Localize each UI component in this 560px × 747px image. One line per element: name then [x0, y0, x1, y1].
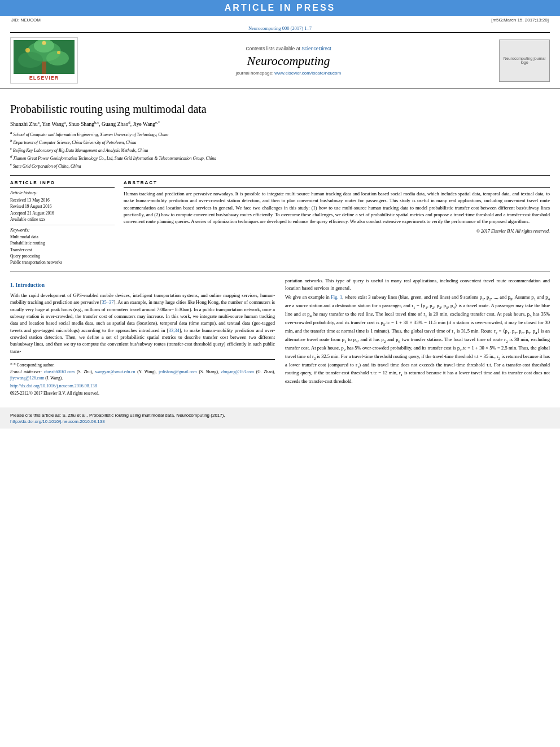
article-title: Probabilistic routing using multimodal d… [10, 103, 550, 116]
ref-33-34[interactable]: 33,34 [169, 327, 180, 333]
citation-doi-link[interactable]: http://dx.doi.org/10.1016/j.neucom.2016.… [10, 419, 105, 424]
accepted-date: Accepted 21 August 2016 [10, 210, 115, 216]
affiliation-e: e State Grid Corporation of China, China [10, 162, 550, 169]
article-info-box: Article history: Received 13 May 2016 Re… [10, 187, 115, 265]
section-divider-1 [10, 175, 550, 176]
elsevier-logo: ELSEVIER [10, 37, 78, 84]
jid-label: JID: NEUCOM [11, 18, 41, 23]
elsevier-text: ELSEVIER [29, 75, 59, 81]
keyword-2: Probabilistic routing [10, 240, 115, 246]
affiliation-d: d Xiamen Great Power Geoinformation Tech… [10, 154, 550, 161]
footnote-emails: E-mail addresses: zhusz660163.com (S. Zh… [10, 369, 275, 381]
affiliation-a: a School of Computer and Information Eng… [10, 130, 550, 138]
body-right-para-2: We give an example in Fig. 1, where exis… [285, 294, 550, 385]
citation-text: Please cite this article as: S. Zhu et a… [10, 413, 225, 418]
received-date: Received 13 May 2016 [10, 197, 115, 203]
author-shuoshang: Shuo Shangb,c [68, 121, 99, 127]
author-guangzhao: Guang Zhaod [102, 121, 130, 127]
header-center: Contents lists available at ScienceDirec… [78, 46, 499, 76]
journal-homepage: journal homepage: www.elsevier.com/locat… [84, 71, 493, 76]
body-divider [10, 271, 550, 272]
section1-heading: 1. Introduction [10, 282, 275, 290]
article-info-header: ARTICLE INFO [10, 180, 115, 185]
footnotes-area: * * Corresponding author. E-mail address… [10, 359, 275, 396]
article-info-column: ARTICLE INFO Article history: Received 1… [10, 180, 115, 265]
body-left-column: 1. Introduction With the rapid developme… [10, 277, 275, 396]
main-content: Probabilistic routing using multimodal d… [0, 89, 560, 402]
svg-point-7 [57, 51, 60, 54]
elsevier-tree-svg [14, 40, 75, 74]
copyright-line: © 2017 Elsevier B.V. All rights reserved… [124, 229, 550, 234]
keyword-3: Transfer cost [10, 247, 115, 253]
journal-citation-link[interactable]: Neurocomputing 000 (2017) 1–7 [248, 25, 312, 31]
doi-link[interactable]: http://dx.doi.org/10.1016/j.neucom.2016.… [10, 383, 275, 389]
journal-info-line: Neurocomputing 000 (2017) 1–7 [0, 24, 560, 32]
footnote-corresponding: * * Corresponding author. [10, 362, 275, 369]
abstract-header: ABSTRACT [124, 180, 550, 185]
author-jiyewang: Jiye Wange,* [133, 121, 160, 127]
history-label: Article history: [10, 190, 115, 195]
affiliation-c: c Beijing Key Laboratory of Big Data Man… [10, 146, 550, 154]
abstract-text: Human tracking and prediction are pervas… [124, 187, 550, 225]
sciencedirect-link[interactable]: ScienceDirect [301, 46, 331, 51]
keyword-4: Query processing [10, 253, 115, 259]
keyword-1: Multimodal data [10, 234, 115, 240]
affiliation-b: b Department of Computer Science, China … [10, 138, 550, 146]
svg-point-2 [18, 52, 43, 68]
authors-line: Shunzhi Zhua, Yan Wanga, Shuo Shangb,c, … [10, 120, 550, 127]
rights-text: 0925-2312/© 2017 Elsevier B.V. All right… [10, 391, 275, 397]
svg-point-8 [42, 41, 46, 45]
affiliations: a School of Computer and Information Eng… [10, 130, 550, 169]
date-label: [m5G;March 15, 2017;13:20] [491, 18, 549, 23]
keywords-list: Multimodal data Probabilistic routing Tr… [10, 234, 115, 265]
info-abstract-section: ARTICLE INFO Article history: Received 1… [10, 180, 550, 265]
svg-rect-4 [42, 62, 46, 74]
fig1-link[interactable]: Fig. 1 [331, 294, 342, 300]
neurocomputing-logo: Neurocomputing journal logo [499, 40, 550, 82]
article-in-press-banner: ARTICLE IN PRESS [0, 0, 560, 16]
homepage-link[interactable]: www.elsevier.com/locate/neucom [274, 71, 341, 76]
abstract-column: ABSTRACT Human tracking and prediction a… [124, 180, 550, 265]
available-date: Available online xxx [10, 216, 115, 222]
body-left-para-1: With the rapid development of GPS-enable… [10, 292, 275, 355]
journal-title: Neurocomputing [84, 54, 493, 68]
contents-available-text: Contents lists available at ScienceDirec… [84, 46, 493, 51]
author-shunzhi: Shunzhi Zhua [10, 121, 40, 127]
body-right-para-1: portation networks. This type of query i… [285, 277, 550, 291]
keyword-5: Public transportation networks [10, 259, 115, 265]
keywords-label: Keywords: [10, 228, 115, 233]
journal-header: ELSEVIER Contents lists available at Sci… [0, 33, 560, 89]
revised-date: Revised 19 August 2016 [10, 203, 115, 209]
citation-bar: Please cite this article as: S. Zhu et a… [0, 408, 560, 429]
author-yanwang: Yan Wanga [42, 121, 65, 127]
top-meta-bar: JID: NEUCOM [m5G;March 15, 2017;13:20] [0, 16, 560, 24]
elsevier-logo-image [14, 40, 75, 74]
body-section: 1. Introduction With the rapid developme… [10, 277, 550, 396]
ref-35-37[interactable]: 35–37 [102, 299, 113, 305]
svg-point-6 [25, 48, 30, 53]
article-dates: Received 13 May 2016 Revised 19 August 2… [10, 197, 115, 225]
body-right-column: portation networks. This type of query i… [285, 277, 550, 396]
